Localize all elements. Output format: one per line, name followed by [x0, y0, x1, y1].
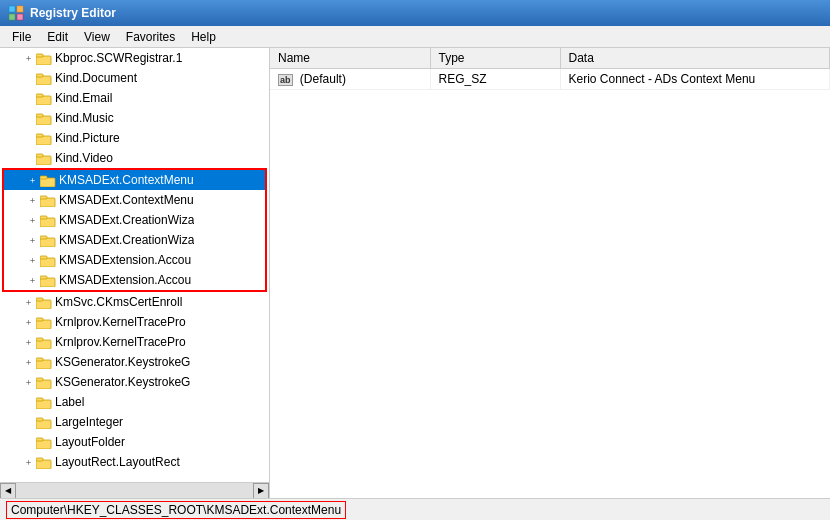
tree-label: LayoutRect.LayoutRect — [55, 455, 180, 469]
right-panel: Name Type Data ab (Default) REG_SZ Kerio… — [270, 48, 830, 498]
tree-label: LargeInteger — [55, 415, 123, 429]
svg-rect-25 — [40, 256, 47, 259]
expand-icon — [20, 434, 36, 450]
expand-icon — [20, 150, 36, 166]
tree-label: KSGenerator.KeystrokeG — [55, 375, 190, 389]
tree-label: Kind.Music — [55, 111, 114, 125]
svg-rect-35 — [36, 358, 43, 361]
tree-item-kind-music[interactable]: Kind.Music — [0, 108, 269, 128]
tree-item-kind-picture[interactable]: Kind.Picture — [0, 128, 269, 148]
tree-item-kind-video[interactable]: Kind.Video — [0, 148, 269, 168]
folder-icon — [36, 455, 52, 469]
tree-horizontal-scrollbar[interactable]: ◀ ▶ — [0, 482, 269, 498]
tree-item-kind-email[interactable]: Kind.Email — [0, 88, 269, 108]
svg-rect-15 — [36, 154, 43, 157]
expand-icon — [20, 110, 36, 126]
red-highlight-group: ＋ KMSADExt.ContextMenu ＋ — [2, 168, 267, 292]
expand-icon: ＋ — [20, 294, 36, 310]
tree-label: KMSADExt.ContextMenu — [59, 193, 194, 207]
tree-label: KMSADExt.ContextMenu — [59, 173, 194, 187]
svg-rect-43 — [36, 438, 43, 441]
svg-rect-23 — [40, 236, 47, 239]
expand-icon: ＋ — [20, 334, 36, 350]
expand-icon: ＋ — [24, 212, 40, 228]
menu-edit[interactable]: Edit — [39, 28, 76, 46]
folder-icon — [36, 355, 52, 369]
folder-icon — [40, 173, 56, 187]
menu-view[interactable]: View — [76, 28, 118, 46]
tree-item-label[interactable]: Label — [0, 392, 269, 412]
registry-type: REG_SZ — [430, 69, 560, 90]
tree-item-kmsadext-cw2[interactable]: ＋ KMSADExt.CreationWiza — [4, 230, 265, 250]
tree-label: KMSADExt.CreationWiza — [59, 233, 194, 247]
tree-item-kind-document[interactable]: Kind.Document — [0, 68, 269, 88]
column-data: Data — [560, 48, 830, 69]
tree-label: Kind.Picture — [55, 131, 120, 145]
folder-icon — [40, 253, 56, 267]
folder-icon — [40, 193, 56, 207]
svg-rect-1 — [17, 6, 23, 12]
menu-favorites[interactable]: Favorites — [118, 28, 183, 46]
expand-icon — [20, 394, 36, 410]
tree-label: Label — [55, 395, 84, 409]
registry-table: Name Type Data ab (Default) REG_SZ Kerio… — [270, 48, 830, 90]
tree-label: KMSADExtension.Accou — [59, 253, 191, 267]
tree-item-layoutrect[interactable]: ＋ LayoutRect.LayoutRect — [0, 452, 269, 472]
tree-item-ksgenerator2[interactable]: ＋ KSGenerator.KeystrokeG — [0, 372, 269, 392]
tree-label: KMSADExt.CreationWiza — [59, 213, 194, 227]
expand-icon — [20, 90, 36, 106]
folder-icon — [36, 435, 52, 449]
menu-file[interactable]: File — [4, 28, 39, 46]
svg-rect-41 — [36, 418, 43, 421]
folder-icon — [36, 91, 52, 105]
svg-rect-7 — [36, 74, 43, 77]
expand-icon — [20, 70, 36, 86]
column-name: Name — [270, 48, 430, 69]
tree-item-kmsadextension-acc1[interactable]: ＋ KMSADExtension.Accou — [4, 250, 265, 270]
folder-icon — [36, 111, 52, 125]
svg-rect-17 — [40, 176, 47, 179]
tree-label: Kind.Document — [55, 71, 137, 85]
svg-rect-13 — [36, 134, 43, 137]
tree-item-kbproc[interactable]: ＋ Kbproc.SCWRegistrar.1 — [0, 48, 269, 68]
tree-scroll[interactable]: ＋ Kbproc.SCWRegistrar.1 — [0, 48, 269, 482]
folder-icon — [36, 335, 52, 349]
status-path: Computer\HKEY_CLASSES_ROOT\KMSADExt.Cont… — [6, 501, 346, 519]
menu-help[interactable]: Help — [183, 28, 224, 46]
folder-icon — [40, 273, 56, 287]
expand-icon: ＋ — [24, 192, 40, 208]
folder-icon — [36, 51, 52, 65]
folder-icon — [36, 315, 52, 329]
tree-item-kmsvc[interactable]: ＋ KmSvc.CKmsCertEnroll — [0, 292, 269, 312]
tree-item-kmsadext-cw1[interactable]: ＋ KMSADExt.CreationWiza — [4, 210, 265, 230]
tree-item-krnlprov1[interactable]: ＋ Krnlprov.KernelTracePro — [0, 312, 269, 332]
registry-name: ab (Default) — [270, 69, 430, 90]
scroll-left-arrow[interactable]: ◀ — [0, 483, 16, 499]
table-row[interactable]: ab (Default) REG_SZ Kerio Connect - ADs … — [270, 69, 830, 90]
tree-item-ksgenerator1[interactable]: ＋ KSGenerator.KeystrokeG — [0, 352, 269, 372]
folder-icon — [36, 131, 52, 145]
expand-icon: ＋ — [20, 314, 36, 330]
folder-icon — [40, 213, 56, 227]
tree-label: Krnlprov.KernelTracePro — [55, 335, 186, 349]
folder-icon — [40, 233, 56, 247]
svg-rect-29 — [36, 298, 43, 301]
status-bar: Computer\HKEY_CLASSES_ROOT\KMSADExt.Cont… — [0, 498, 830, 520]
tree-item-kmsadext-cm1[interactable]: ＋ KMSADExt.ContextMenu — [4, 170, 265, 190]
tree-label: KSGenerator.KeystrokeG — [55, 355, 190, 369]
ab-icon: ab — [278, 74, 293, 86]
folder-icon — [36, 375, 52, 389]
svg-rect-3 — [17, 14, 23, 20]
title-bar: Registry Editor — [0, 0, 830, 26]
svg-rect-37 — [36, 378, 43, 381]
tree-item-krnlprov2[interactable]: ＋ Krnlprov.KernelTracePro — [0, 332, 269, 352]
svg-rect-31 — [36, 318, 43, 321]
tree-item-layoutfolder[interactable]: LayoutFolder — [0, 432, 269, 452]
expand-icon: ＋ — [24, 272, 40, 288]
expand-icon: ＋ — [20, 50, 36, 66]
tree-item-largeinteger[interactable]: LargeInteger — [0, 412, 269, 432]
tree-item-kmsadextension-acc2[interactable]: ＋ KMSADExtension.Accou — [4, 270, 265, 290]
tree-item-kmsadext-cm2[interactable]: ＋ KMSADExt.ContextMenu — [4, 190, 265, 210]
scroll-right-arrow[interactable]: ▶ — [253, 483, 269, 499]
main-content: ＋ Kbproc.SCWRegistrar.1 — [0, 48, 830, 498]
